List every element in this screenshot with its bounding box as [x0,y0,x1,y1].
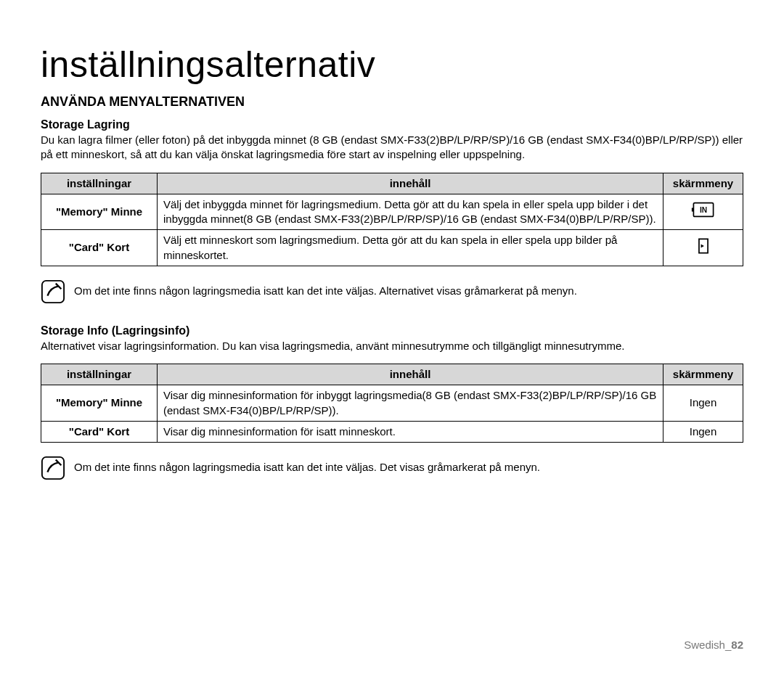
table-cell-screen: Ingen [663,385,743,422]
storage-table: inställningar innehåll skärmmeny "Memory… [41,173,743,266]
table-header-content: innehåll [158,364,663,385]
storage-info-heading: Storage Info (Lagringsinfo) [41,324,743,337]
storage-heading: Storage Lagring [41,118,743,131]
memory-card-icon [691,245,716,258]
note-icon [41,279,65,304]
storage-info-table: inställningar innehåll skärmmeny "Memory… [41,364,743,443]
storage-info-note-row: Om det inte finns någon lagringsmedia is… [41,456,743,480]
table-row: "Card" Kort Visar dig minnesinformation … [41,421,743,442]
storage-note-text: Om det inte finns någon lagringsmedia is… [74,279,577,298]
table-header-screen: skärmmeny [663,173,743,194]
table-cell-content: Välj det inbyggda minnet för lagringsmed… [158,194,663,230]
table-cell-content: Välj ett minneskort som lagringsmedium. … [158,230,663,266]
table-row: "Memory" Minne Visar dig minnesinformati… [41,385,743,422]
storage-note-row: Om det inte finns någon lagringsmedia is… [41,279,743,304]
table-cell-content: Visar dig minnesinformation för isatt mi… [158,421,663,442]
table-cell-screen: Ingen [663,421,743,442]
storage-info-note-text: Om det inte finns någon lagringsmedia is… [74,456,540,475]
table-cell-label: "Memory" Minne [41,194,158,230]
internal-memory-icon: IN [691,209,716,221]
svg-rect-4 [42,281,64,303]
section-title: ANVÄNDA MENYALTERNATIVEN [41,94,743,110]
svg-marker-3 [701,244,703,247]
footer-page-number: 82 [731,639,743,651]
storage-info-paragraph: Alternativet visar lagringsinformation. … [41,339,743,353]
svg-rect-6 [42,457,64,479]
table-cell-content: Visar dig minnesinformation för inbyggt … [158,385,663,422]
table-cell-screen: IN [663,194,743,230]
table-row: "Card" Kort Välj ett minneskort som lagr… [41,230,743,266]
table-header-settings: inställningar [41,173,158,194]
table-cell-label: "Memory" Minne [41,385,158,422]
table-cell-label: "Card" Kort [41,230,158,266]
footer-language: Swedish [684,639,725,651]
storage-paragraph: Du kan lagra filmer (eller foton) på det… [41,133,743,163]
table-cell-screen [663,230,743,266]
table-header-screen: skärmmeny [663,364,743,385]
page-footer: Swedish_82 [684,639,743,651]
svg-text:IN: IN [699,207,706,215]
table-row: "Memory" Minne Välj det inbyggda minnet … [41,194,743,230]
table-cell-label: "Card" Kort [41,421,158,442]
svg-rect-2 [691,208,693,212]
page-title: inställningsalternativ [41,44,743,86]
table-header-settings: inställningar [41,364,158,385]
note-icon [41,456,65,480]
table-header-content: innehåll [158,173,663,194]
